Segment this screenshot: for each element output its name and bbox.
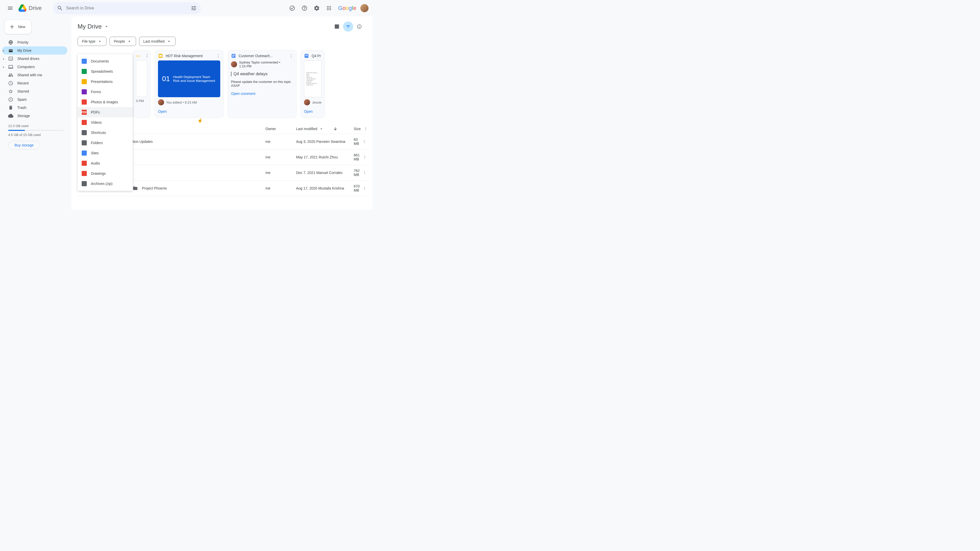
account-avatar[interactable] [360, 4, 369, 12]
trash-icon [8, 105, 13, 110]
apps-button[interactable] [324, 3, 334, 13]
sidebar-item-priority[interactable]: Priority [2, 38, 67, 46]
sidebar-item-recent[interactable]: Recent [2, 79, 67, 87]
filter-people[interactable]: People [110, 37, 136, 46]
sidebar-item-trash[interactable]: Trash [2, 103, 67, 112]
filetype-option[interactable]: Spreadsheets [78, 66, 133, 76]
suggested-card[interactable]: HDT Risk Management ⋮ 01 Health Deployme… [155, 50, 224, 118]
more-icon[interactable]: ⋮ [360, 155, 370, 159]
drive-logo-icon [18, 4, 27, 12]
open-comment-button[interactable]: Open comment [231, 91, 293, 97]
expand-icon[interactable]: ▸ [3, 65, 4, 68]
filetype-option[interactable]: Photos & Images [78, 97, 133, 107]
docs-icon [231, 53, 236, 59]
user-avatar-icon [231, 61, 237, 67]
filetype-option[interactable]: Folders [78, 138, 133, 148]
sidebar-item-starred[interactable]: Starred [2, 87, 67, 95]
main-content: My Drive File type People Last modified … [72, 16, 372, 210]
more-icon[interactable]: ⋮ [359, 140, 369, 144]
filetype-option[interactable]: Drawings [78, 168, 133, 179]
svg-rect-9 [232, 56, 235, 56]
sidebar-item-spam[interactable]: Spam [2, 95, 67, 103]
filetype-option[interactable]: Sites [78, 148, 133, 158]
header-actions: Google [287, 3, 369, 13]
more-icon[interactable]: ⋮ [361, 127, 371, 131]
more-icon[interactable]: ⋮ [289, 54, 293, 59]
col-modified[interactable]: Last modified [296, 127, 354, 131]
recent-icon [8, 81, 13, 86]
file-owner: me [266, 186, 296, 190]
support-button[interactable] [299, 3, 310, 13]
info-button[interactable] [354, 21, 364, 32]
search-options-icon[interactable] [191, 5, 197, 11]
sidebar-item-storage[interactable]: Storage [2, 112, 67, 120]
expand-icon[interactable]: ▸ [3, 57, 4, 60]
more-icon[interactable]: ⋮ [145, 53, 149, 58]
option-label: PDFs [91, 110, 100, 114]
col-owner[interactable]: Owner [266, 127, 296, 131]
file-type-icon [82, 151, 87, 156]
settings-button[interactable] [312, 3, 322, 13]
sidebar-item-my-drive[interactable]: ▸My Drive [2, 46, 67, 55]
search-input[interactable] [66, 6, 188, 11]
suggested-card[interactable]: Customer Outreach... ⋮ Sydney Taylor com… [228, 50, 297, 118]
search-bar[interactable] [53, 2, 201, 14]
open-button[interactable]: Open [304, 108, 321, 114]
file-size: 670 MB [354, 184, 360, 192]
breadcrumb[interactable]: My Drive [78, 23, 109, 30]
main-menu-button[interactable] [4, 2, 16, 14]
option-label: Documents [91, 59, 109, 63]
my-drive-icon [8, 48, 13, 53]
more-icon[interactable]: ⋮ [360, 186, 370, 190]
filetype-option[interactable]: Documents [78, 56, 133, 66]
offline-ready-button[interactable] [287, 3, 298, 13]
filetype-option[interactable]: Audio [78, 158, 133, 168]
new-button[interactable]: New [4, 19, 32, 34]
svg-point-4 [11, 59, 12, 59]
file-type-icon [82, 89, 87, 94]
filetype-option[interactable]: PDFPDFs [78, 107, 133, 118]
storage-used-text: 12.3 GB used [8, 124, 63, 128]
more-icon[interactable]: ⋮ [216, 54, 220, 59]
filetype-option[interactable]: Videos [78, 118, 133, 127]
nav-label: Shared drives [18, 57, 39, 61]
file-modified: Aug 3, 2020 Parveen Swamina [296, 140, 354, 144]
file-type-icon [82, 69, 87, 74]
svg-rect-10 [232, 57, 234, 57]
filetype-option[interactable]: Presentations [78, 76, 133, 87]
file-type-dropdown: DocumentsSpreadsheetsPresentationsFormsP… [78, 54, 133, 191]
filetype-option[interactable]: Archives (zip) [78, 179, 133, 189]
nav-label: My Drive [18, 48, 32, 52]
file-size: 762 MB [354, 168, 360, 177]
buy-storage-button[interactable]: Buy storage [8, 141, 40, 149]
grid-view-button[interactable] [332, 21, 342, 32]
sidebar-item-shared-with-me[interactable]: Shared with me [2, 71, 67, 79]
more-icon[interactable]: ⋮ [360, 171, 370, 175]
storage-icon [8, 113, 13, 118]
sidebar-item-shared-drives[interactable]: ▸Shared drives [2, 55, 67, 63]
col-size[interactable]: Size [354, 127, 361, 131]
filter-last-modified[interactable]: Last modified [139, 37, 176, 46]
filter-file-type[interactable]: File type [78, 37, 107, 46]
filter-view-button[interactable] [343, 21, 353, 32]
suggested-card[interactable]: ▭...n...⋮ 0 PM [133, 50, 151, 118]
filetype-option[interactable]: Forms [78, 87, 133, 97]
nav-label: Recent [18, 81, 29, 85]
expand-icon[interactable]: ▸ [3, 49, 4, 52]
logo-area[interactable]: Drive [18, 4, 41, 12]
nav-label: Priority [18, 40, 29, 44]
nav-label: Trash [18, 106, 26, 110]
breadcrumb-label: My Drive [78, 23, 102, 30]
card-thumbnail [136, 60, 147, 97]
storage-detail-text: 4.5 GB of 15 GB used [8, 133, 63, 137]
file-owner: me [266, 140, 296, 144]
svg-point-3 [10, 59, 11, 59]
card-title: Q4 Pr [312, 54, 321, 58]
open-button[interactable]: Open [158, 108, 220, 114]
file-owner: me [266, 155, 296, 159]
suggested-card[interactable]: Q4 Pr Proposal data &...TitleAreaName of… [301, 50, 325, 118]
grid-icon [334, 24, 339, 29]
folder-icon [133, 186, 138, 191]
filetype-option[interactable]: Shortcuts [78, 127, 133, 138]
sidebar-item-computers[interactable]: ▸Computers [2, 63, 67, 71]
